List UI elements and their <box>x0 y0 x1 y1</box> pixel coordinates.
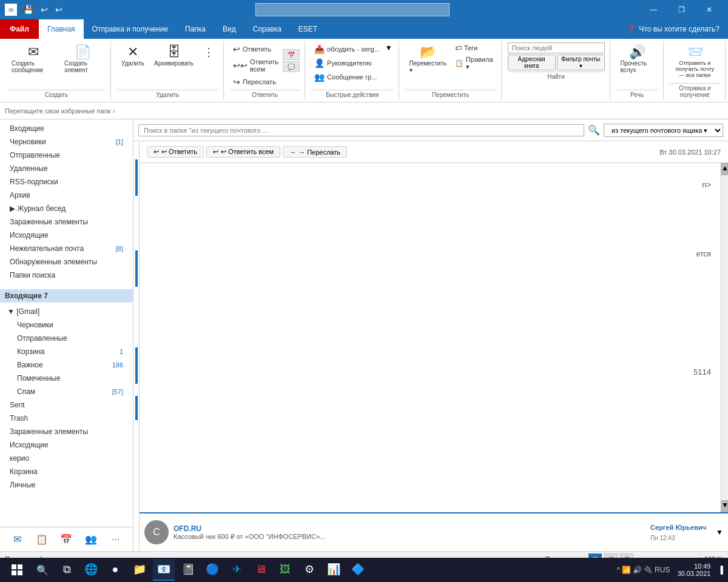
filter-mail-button[interactable]: Фильтр почты ▾ <box>557 55 605 70</box>
network-icon[interactable]: 📶 <box>622 566 631 574</box>
folder-junk[interactable]: Нежелательная почта [8] <box>0 242 133 255</box>
folder-sent[interactable]: Отправленные <box>0 149 133 162</box>
scroll-down-arrow[interactable]: ▼ <box>721 500 728 512</box>
folder-trash[interactable]: Trash <box>0 412 133 425</box>
tab-send-receive[interactable]: Отправка и получение <box>84 19 177 39</box>
folder-outbox[interactable]: Исходящие <box>0 229 133 242</box>
ribbon-search-tab[interactable]: ❓ Что вы хотите сделать? <box>619 19 728 39</box>
minimize-button[interactable]: — <box>639 0 667 19</box>
new-message-button[interactable]: ✉ Создать сообщение <box>7 42 59 76</box>
folder-detected[interactable]: Обнаруженные элементы <box>0 255 133 269</box>
tags-button[interactable]: 🏷 Теги <box>452 42 496 53</box>
new-item-button[interactable]: 📄 Создать элемент <box>60 42 106 76</box>
start-button[interactable] <box>5 559 29 581</box>
folder-gmail-sent[interactable]: Отправленные <box>0 332 133 345</box>
reading-forward-button[interactable]: → → Переслать <box>283 146 347 158</box>
restore-button[interactable]: ❐ <box>667 0 695 19</box>
folder-sent2[interactable]: Sent <box>0 398 133 412</box>
folder-gmail-important[interactable]: Важное 186 <box>0 358 133 372</box>
more-delete-button[interactable]: ⋮ <box>199 42 218 62</box>
taskbar-telegram[interactable]: ✈ <box>226 559 248 581</box>
mail-nav-icon[interactable]: ✉ <box>8 531 25 548</box>
reading-reply-button[interactable]: ↩ ↩ Ответить <box>147 146 204 158</box>
meeting-button[interactable]: 📅 <box>283 49 300 60</box>
more-nav-icon[interactable]: ··· <box>107 531 124 548</box>
taskbar-settings[interactable]: ⚙ <box>298 559 320 581</box>
discuss-button[interactable]: 📤 обсудить - serg... <box>311 42 383 56</box>
taskbar-photos[interactable]: 🖼 <box>274 559 296 581</box>
reply-all-button[interactable]: ↩↩ Ответить всем <box>230 56 281 75</box>
quick-actions-expand[interactable]: ▼ <box>384 42 394 53</box>
tab-home[interactable]: Главная <box>39 19 84 39</box>
language-icon[interactable]: RUS <box>655 566 670 574</box>
folder-rss[interactable]: RSS-подписки <box>0 175 133 189</box>
volume-icon[interactable]: 🔊 <box>633 566 642 574</box>
title-search-input[interactable] <box>255 3 450 16</box>
show-hidden-icon[interactable]: ^ <box>616 566 620 574</box>
taskbar-explorer[interactable]: 📁 <box>129 559 150 581</box>
folder-outbox2[interactable]: Исходящие <box>0 438 133 452</box>
taskbar-anydesk[interactable]: 🖥 <box>250 559 272 581</box>
folder-gmail-starred[interactable]: Помеченные <box>0 372 133 385</box>
redo-button[interactable]: ↩ <box>53 5 65 15</box>
archive-button[interactable]: 🗄 Архивировать <box>150 42 198 70</box>
reply-button[interactable]: ↩ Ответить <box>230 42 281 56</box>
read-aloud-button[interactable]: 🔊 Прочесть вслух <box>616 42 658 76</box>
folder-infected[interactable]: Зараженные элементы <box>0 215 133 229</box>
taskbar-onenote[interactable]: 📓 <box>177 559 199 581</box>
folder-archive[interactable]: Архив <box>0 189 133 202</box>
taskbar-outlook[interactable]: 📧 <box>153 559 175 581</box>
folder-gmail-spam[interactable]: Спам [57] <box>0 385 133 398</box>
power-icon[interactable]: 🔌 <box>644 566 653 574</box>
rules-button[interactable]: 📋 Правила ▾ <box>452 54 496 73</box>
reading-scrollbar[interactable]: ▲ ▼ <box>721 163 728 512</box>
taskbar-chrome[interactable]: ● <box>104 559 126 581</box>
folder-gmail-root[interactable]: ▼ [Gmail] <box>0 305 133 318</box>
folder-deleted[interactable]: Удаленные <box>0 162 133 175</box>
task-view-button[interactable]: ⧉ <box>56 559 78 581</box>
search-scope-select[interactable]: из текущего почтового ящика ▾ <box>604 124 723 137</box>
taskbar-clock[interactable]: 10:49 30.03.2021 <box>672 563 715 577</box>
move-button[interactable]: 📂 Переместить ▾ <box>405 42 451 76</box>
folder-personal[interactable]: Личные <box>0 478 133 492</box>
taskbar-edge[interactable]: 🌐 <box>80 559 102 581</box>
tab-view[interactable]: Вид <box>214 19 244 39</box>
manager-button[interactable]: 👤 Руководителю <box>311 56 383 70</box>
close-button[interactable]: ✕ <box>695 0 723 19</box>
inbox-section-header[interactable]: Входящие 7 <box>0 289 133 303</box>
contacts-nav-icon[interactable]: 👥 <box>83 531 99 548</box>
show-desktop-button[interactable]: ▐ <box>718 566 723 574</box>
preview-bar[interactable]: С OFD.RU Кассовый чек 600 ₽ от «ООО "ИНФ… <box>140 512 728 551</box>
people-search-input[interactable] <box>508 42 605 53</box>
folder-gmail-trash[interactable]: Корзина 1 <box>0 345 133 358</box>
undo-button[interactable]: ↩ <box>38 5 50 15</box>
folder-drafts[interactable]: Черновики [1] <box>0 135 133 149</box>
taskbar-ie[interactable]: 🔵 <box>201 559 223 581</box>
tab-folder[interactable]: Папка <box>177 19 214 39</box>
send-all-button[interactable]: 📨 Отправить и получить почту — все папки <box>670 42 720 81</box>
address-book-button[interactable]: Адресная книга <box>508 55 556 70</box>
folder-inbox[interactable]: Входящие <box>0 122 133 135</box>
taskbar-search-button[interactable]: 🔍 <box>32 559 53 581</box>
folder-kerio[interactable]: керио <box>0 452 133 465</box>
search-input[interactable] <box>138 124 584 136</box>
im-button[interactable]: 💬 <box>283 61 300 72</box>
reading-reply-all-button[interactable]: ↩ ↩ Ответить всем <box>206 146 280 158</box>
tab-eset[interactable]: ESET <box>290 19 326 39</box>
taskbar-app2[interactable]: 🔷 <box>347 559 369 581</box>
tab-help[interactable]: Справка <box>244 19 290 39</box>
forward-button[interactable]: ↪ Переслать <box>230 75 281 89</box>
calendar-nav-icon[interactable]: 📅 <box>58 531 75 548</box>
preview-dropdown-icon[interactable]: ▼ <box>716 528 723 537</box>
folder-search-folders[interactable]: Папки поиска <box>0 269 133 282</box>
folder-basket[interactable]: Корзина <box>0 465 133 478</box>
search-icon[interactable]: 🔍 <box>588 124 600 136</box>
group-message-button[interactable]: 👥 Сообщение гр... <box>311 70 383 84</box>
taskbar-finance[interactable]: 📊 <box>323 559 345 581</box>
folder-gmail-drafts[interactable]: Черновики <box>0 318 133 332</box>
folder-infected2[interactable]: Зараженные элементы <box>0 425 133 438</box>
tasks-nav-icon[interactable]: 📋 <box>33 531 50 548</box>
folder-chat-log[interactable]: ▶ Журнал бесед <box>0 202 133 215</box>
save-button[interactable]: 💾 <box>21 5 36 15</box>
tab-file[interactable]: Файл <box>0 19 39 39</box>
